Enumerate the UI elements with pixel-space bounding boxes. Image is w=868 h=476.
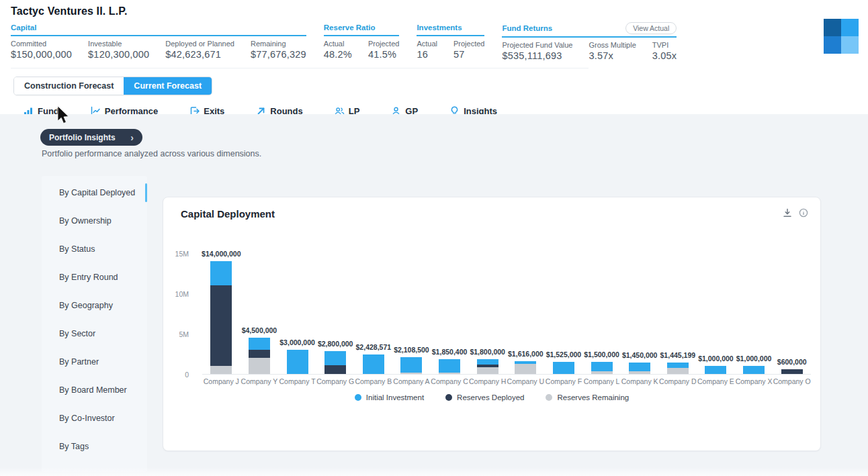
legend-item-reserves-remaining[interactable]: Reserves Remaining bbox=[546, 393, 629, 401]
chart-card-actions bbox=[783, 208, 808, 218]
bar-company-j[interactable] bbox=[210, 261, 232, 374]
bar-company-u[interactable] bbox=[515, 361, 536, 374]
portfolio-insights-label: Portfolio Insights bbox=[49, 133, 116, 142]
bar-slot-company-g: $2,800,000 bbox=[316, 254, 355, 374]
bar-slot-company-h: $1,800,000 bbox=[468, 254, 507, 374]
stat-tvpi: TVPI3.05x bbox=[652, 41, 677, 61]
segment-initial-investment bbox=[249, 338, 270, 350]
segment-initial-investment bbox=[477, 359, 498, 364]
logo-square-top-left bbox=[824, 19, 841, 36]
sidebar-item-by-tags[interactable]: By Tags bbox=[42, 432, 147, 461]
sidebar-item-by-board-member[interactable]: By Board Member bbox=[42, 376, 147, 404]
chevron-right-icon: › bbox=[130, 132, 134, 143]
bar-value-label: $14,000,000 bbox=[202, 250, 241, 258]
x-axis-label-company-j: Company J bbox=[202, 377, 241, 385]
segment-initial-investment bbox=[667, 363, 689, 368]
chart-plot-area: $14,000,000$4,500,000$3,000,000$2,800,00… bbox=[202, 254, 811, 375]
segment-reserves-remaining bbox=[477, 367, 498, 374]
info-icon[interactable] bbox=[799, 208, 808, 218]
bar-slot-company-j: $14,000,000 bbox=[202, 254, 241, 374]
insights-sidebar: By Capital DeployedBy OwnershipBy Status… bbox=[42, 176, 147, 472]
chart-legend: Initial InvestmentReserves DeployedReser… bbox=[163, 393, 820, 401]
construction-forecast-button[interactable]: Construction Forecast bbox=[14, 77, 124, 95]
stat-value: 16 bbox=[417, 49, 437, 60]
segment-initial-investment bbox=[591, 362, 613, 371]
insights-content: Portfolio Insights › Portfolio performan… bbox=[0, 114, 868, 476]
bar-company-d[interactable] bbox=[667, 363, 689, 374]
segment-reserves-deployed bbox=[324, 365, 346, 374]
bar-value-label: $2,428,571 bbox=[356, 343, 392, 351]
bar-company-o[interactable] bbox=[781, 369, 803, 374]
app-root: Tactyc Ventures II. L.P. CapitalCommitte… bbox=[0, 0, 868, 476]
bar-value-label: $1,445,199 bbox=[660, 351, 696, 359]
bar-company-e[interactable] bbox=[705, 366, 726, 374]
bar-company-k[interactable] bbox=[629, 363, 650, 374]
sidebar-item-by-status[interactable]: By Status bbox=[42, 235, 147, 263]
y-tick-label: 5M bbox=[179, 330, 189, 338]
stat-value: $120,300,000 bbox=[88, 49, 149, 60]
page-title: Tactyc Ventures II. L.P. bbox=[11, 5, 857, 17]
x-axis-label-company-k: Company K bbox=[621, 377, 659, 385]
bar-company-y[interactable] bbox=[249, 338, 270, 374]
bar-company-x[interactable] bbox=[743, 366, 765, 374]
legend-item-initial-investment[interactable]: Initial Investment bbox=[355, 393, 424, 401]
legend-label: Initial Investment bbox=[366, 393, 424, 401]
stat-remaining: Remaining$77,676,329 bbox=[251, 40, 306, 60]
bar-company-f[interactable] bbox=[553, 362, 574, 374]
bar-slot-company-t: $3,000,000 bbox=[278, 254, 316, 374]
insights-subtitle: Portfolio performance analyzed across va… bbox=[42, 149, 261, 158]
bottom-fade bbox=[0, 467, 868, 476]
bar-slot-company-f: $1,525,000 bbox=[545, 254, 583, 374]
segment-initial-investment bbox=[363, 354, 384, 374]
stat-label: Committed bbox=[11, 40, 72, 48]
section-label: Fund Returns bbox=[502, 24, 552, 32]
bar-slot-company-e: $1,000,000 bbox=[697, 254, 735, 374]
stat-value: $535,111,693 bbox=[502, 50, 572, 61]
bar-company-c[interactable] bbox=[439, 359, 460, 374]
view-actual-button[interactable]: View Actual bbox=[625, 22, 677, 34]
stat-value: 57 bbox=[453, 49, 484, 60]
sidebar-item-by-partner[interactable]: By Partner bbox=[42, 348, 147, 376]
stat-value: 41.5% bbox=[368, 49, 399, 60]
bar-slot-company-k: $1,450,000 bbox=[621, 254, 659, 374]
segment-reserves-deployed bbox=[781, 369, 803, 374]
stat-section-fund-returns: Fund ReturnsView ActualProjected Fund Va… bbox=[502, 22, 677, 61]
bar-slot-company-x: $1,000,000 bbox=[735, 254, 773, 374]
portfolio-insights-pill[interactable]: Portfolio Insights › bbox=[40, 129, 142, 146]
sidebar-item-by-capital-deployed[interactable]: By Capital Deployed bbox=[42, 179, 147, 207]
bar-company-l[interactable] bbox=[591, 362, 613, 374]
current-forecast-button[interactable]: Current Forecast bbox=[124, 77, 212, 95]
bar-value-label: $1,800,000 bbox=[470, 348, 505, 356]
stat-projected-fund-value: Projected Fund Value$535,111,693 bbox=[502, 41, 572, 61]
sidebar-item-by-entry-round[interactable]: By Entry Round bbox=[42, 263, 147, 291]
sidebar-item-by-geography[interactable]: By Geography bbox=[42, 291, 147, 320]
stat-section-investments: InvestmentsActual16Projected57 bbox=[417, 22, 484, 61]
bar-company-h[interactable] bbox=[477, 359, 498, 374]
segment-initial-investment bbox=[287, 350, 308, 374]
x-axis-label-company-c: Company C bbox=[431, 377, 469, 385]
segment-reserves-remaining bbox=[667, 368, 689, 374]
forecast-toggle-row: Construction Forecast Current Forecast bbox=[13, 77, 868, 95]
segment-initial-investment bbox=[400, 357, 422, 373]
sidebar-item-by-ownership[interactable]: By Ownership bbox=[42, 207, 147, 235]
stat-actual: Actual16 bbox=[417, 40, 437, 60]
segment-reserves-remaining bbox=[629, 371, 650, 374]
bar-company-t[interactable] bbox=[287, 350, 308, 374]
chart-x-axis: Company JCompany YCompany TCompany GComp… bbox=[202, 377, 811, 385]
legend-item-reserves-deployed[interactable]: Reserves Deployed bbox=[445, 393, 524, 401]
top-bar: Tactyc Ventures II. L.P. CapitalCommitte… bbox=[0, 0, 868, 68]
bar-slot-company-c: $1,850,400 bbox=[431, 254, 469, 374]
bar-company-a[interactable] bbox=[400, 357, 422, 374]
legend-dot bbox=[546, 394, 552, 401]
stat-label: Actual bbox=[324, 40, 352, 48]
download-icon[interactable] bbox=[783, 208, 792, 218]
section-label: Investments bbox=[417, 23, 462, 32]
sidebar-item-by-co-investor[interactable]: By Co-Investor bbox=[42, 404, 147, 432]
stat-label: Remaining bbox=[251, 40, 306, 48]
segment-reserves-remaining bbox=[439, 373, 460, 374]
stat-value: 3.57x bbox=[589, 50, 636, 61]
sidebar-item-by-sector[interactable]: By Sector bbox=[42, 320, 147, 348]
bar-company-g[interactable] bbox=[324, 351, 346, 374]
bar-company-b[interactable] bbox=[363, 354, 384, 374]
chart-card-header: Capital Deployment bbox=[163, 197, 820, 220]
